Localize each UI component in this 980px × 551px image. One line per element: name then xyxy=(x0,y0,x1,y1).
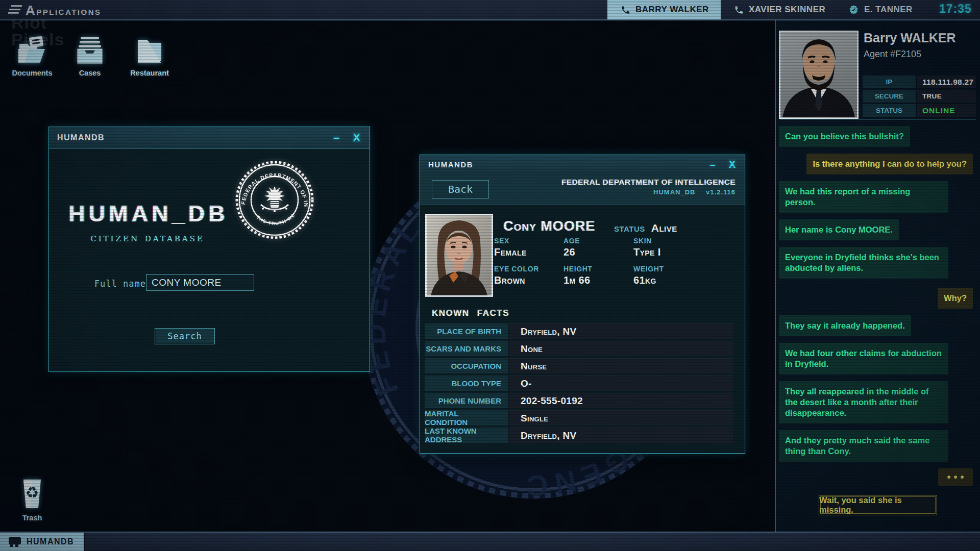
table-row: SECURE TRUE xyxy=(863,90,976,103)
table-row: STATUS ONLINE xyxy=(863,104,976,117)
close-button[interactable]: X xyxy=(353,132,360,143)
window-titlebar[interactable]: HUMANDB – X xyxy=(49,127,370,149)
top-bar: Applications BARRY WALKER XAVIER SKINNER… xyxy=(0,0,980,20)
window-title: HUMANDB xyxy=(49,133,105,142)
chat-bubble-incoming: They say it already happened. xyxy=(779,315,911,336)
desktop-icon-label: Restaurant xyxy=(126,69,173,77)
table-row: MARITAL CONDITION Single xyxy=(425,410,733,425)
minimize-button[interactable]: – xyxy=(710,159,716,169)
search-button[interactable]: Search xyxy=(155,328,215,344)
trash-recycle-icon: ♻ xyxy=(19,479,45,509)
taskbar-item-humandb[interactable]: HUMANDB xyxy=(0,533,85,551)
chat-bubble-incoming: Can you believe this bullshit? xyxy=(779,126,910,147)
table-row: PLACE OF BIRTH Dryfield, NV xyxy=(425,323,733,339)
desktop-icon-label: Trash xyxy=(9,514,56,522)
contact-name: E. TANNER xyxy=(864,5,913,15)
desktop-icon-cases[interactable]: Cases xyxy=(66,36,113,77)
close-button[interactable]: X xyxy=(729,159,736,169)
contact-name: XAVIER SKINNER xyxy=(749,5,825,15)
phone-icon xyxy=(621,5,630,15)
taskbar: HUMANDB xyxy=(0,532,980,551)
desktop-icon-label: Documents xyxy=(9,69,56,77)
desktop-icon-trash[interactable]: ♻ Trash xyxy=(9,479,56,522)
stat-weight: WEIGHT 61kg xyxy=(633,265,734,286)
table-row: BLOOD TYPE O- xyxy=(425,375,733,391)
stat-sex: SEX Female xyxy=(494,237,564,258)
dialogue-reply-option[interactable]: Wait, you said she is missing. xyxy=(819,495,937,515)
applications-menu-label[interactable]: Applications xyxy=(26,3,102,18)
chat-message-list: Can you believe this bullshit? Is there … xyxy=(779,126,973,486)
app-name: HUMAN_DB xyxy=(653,188,695,196)
humandb-profile-window: HUMANDB – X Back FEDERAL DEPARTMENT OF I… xyxy=(420,155,745,454)
applications-menu-icon[interactable] xyxy=(8,4,22,15)
inbox-tray-icon xyxy=(75,36,105,64)
chat-bubble-incoming: Her name is Cony MOORE. xyxy=(779,219,899,240)
person-stats: SEX Female AGE 26 SKIN Type I EYE COLOR … xyxy=(494,237,734,286)
chat-bubble-incoming: We had this report of a missing person. xyxy=(779,181,948,213)
table-row: SCARS AND MARKS None xyxy=(425,341,733,356)
table-row: PHONE NUMBER 202-555-0192 xyxy=(425,393,733,408)
humandb-search-window: HUMANDB – X HUMAN_DB Citizen Database FE… xyxy=(48,127,370,372)
barry-walker-photo xyxy=(779,31,859,119)
status-label: STATUS xyxy=(614,224,645,233)
org-block: FEDERAL DEPARTMENT OF INTELLIGENCE HUMAN… xyxy=(561,178,736,196)
table-row: IP 118.111.98.27 xyxy=(863,76,976,88)
contact-tab-xavier-skinner[interactable]: XAVIER SKINNER xyxy=(722,0,835,19)
eagle-emblem xyxy=(261,186,288,212)
sidebar-contact-subtitle: Agent #F2105 xyxy=(864,49,921,60)
chat-bubble-outgoing: Is there anything I can do to help you? xyxy=(806,154,973,174)
stat-age: AGE 26 xyxy=(564,237,633,258)
known-facts-title: KNOWN FACTS xyxy=(432,308,509,318)
profile-header: Back FEDERAL DEPARTMENT OF INTELLIGENCE … xyxy=(420,173,745,205)
stat-height: HEIGHT 1m 66 xyxy=(564,265,633,286)
humandb-app-icon xyxy=(8,536,21,547)
person-name: Cony MOORE xyxy=(503,218,595,234)
full-name-label: Full name xyxy=(85,279,146,289)
stat-eye-color: EYE COLOR Brown xyxy=(494,265,564,286)
sidebar-contact-name: Barry WALKER xyxy=(864,31,956,45)
fdi-seal-icon: FEDERAL DEPARTMENT OF INTELLIGENCE THE T… xyxy=(234,160,315,240)
phone-icon xyxy=(734,5,744,15)
table-row: OCCUPATION Nurse xyxy=(425,358,733,373)
table-row: LAST KNOWN ADDRESS Dryfield, NV xyxy=(425,428,733,443)
desktop-icon-restaurant[interactable]: Restaurant xyxy=(126,36,173,77)
svg-text:♻: ♻ xyxy=(26,484,39,502)
chat-bubble-incoming: We had four other claims for abduction i… xyxy=(779,343,948,374)
chat-bubble-incoming: Everyone in Dryfield thinks she's been a… xyxy=(779,247,948,279)
contact-name: BARRY WALKER xyxy=(635,5,709,15)
chat-sidebar: Barry WALKER Agent #F2105 IP 118.111.98.… xyxy=(775,19,980,532)
connection-info-table: IP 118.111.98.27 SECURE TRUE STATUS ONLI… xyxy=(863,76,976,117)
org-name: FEDERAL DEPARTMENT OF INTELLIGENCE xyxy=(561,178,736,187)
contact-tab-barry-walker[interactable]: BARRY WALKER xyxy=(607,0,721,19)
window-titlebar[interactable]: HUMANDB – X xyxy=(420,155,745,174)
known-facts-table: PLACE OF BIRTH Dryfield, NV SCARS AND MA… xyxy=(425,323,733,443)
back-button[interactable]: Back xyxy=(432,180,489,198)
clock: 17:35 xyxy=(939,2,972,16)
contact-tab-e-tanner[interactable]: E. TANNER xyxy=(838,0,923,19)
chat-bubble-incoming: They all reappeared in the middle of the… xyxy=(779,381,948,423)
app-version: v1.2.116 xyxy=(706,188,736,196)
typing-indicator: ••• xyxy=(938,468,973,486)
app-title: HUMAN_DB xyxy=(68,201,227,227)
desktop-icon-label: Cases xyxy=(66,69,113,77)
stat-skin: SKIN Type I xyxy=(633,237,734,258)
taskbar-item-label: HUMANDB xyxy=(27,537,74,546)
chat-bubble-incoming: And they pretty much said the same thing… xyxy=(779,430,948,462)
full-name-input[interactable] xyxy=(146,274,254,291)
chat-bubble-outgoing: Why? xyxy=(938,288,973,309)
game-desktop: FEDERAL DEPARTMENT OF INTELLIGENCE ★ ★ ★… xyxy=(0,0,980,551)
app-subtitle: Citizen Database xyxy=(68,232,227,244)
minimize-button[interactable]: – xyxy=(333,132,339,143)
cony-moore-photo xyxy=(425,214,493,297)
status-value: Alive xyxy=(651,222,677,234)
window-title: HUMANDB xyxy=(420,160,473,169)
divider xyxy=(780,119,976,120)
verified-badge-icon xyxy=(848,5,859,15)
folder-icon xyxy=(135,36,164,64)
